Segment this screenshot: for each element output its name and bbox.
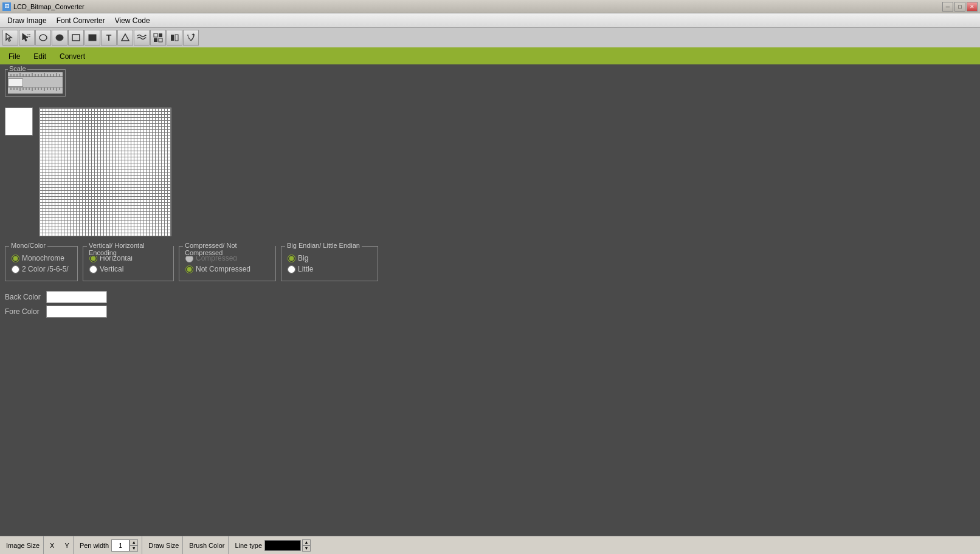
pen-width-section: Pen width ▲ ▼ xyxy=(76,536,142,554)
rect-tool-btn[interactable] xyxy=(68,30,84,46)
menu-font-converter[interactable]: Font Converter xyxy=(52,15,110,26)
endian-group: Big Endian/ Little Endian Big Little xyxy=(281,246,378,281)
little-endian-radio[interactable] xyxy=(288,265,295,273)
triangle-tool-btn[interactable] xyxy=(117,30,133,46)
select2-tool-btn[interactable] xyxy=(19,30,35,46)
svg-rect-7 xyxy=(89,35,96,41)
monochrome-row: Monochrome xyxy=(12,254,71,262)
window-title: LCD_Bitmap_Converter xyxy=(13,3,942,10)
2color-label: 2 Color /5-6-5/ xyxy=(22,265,69,273)
draw-size-section: Draw Size xyxy=(145,536,183,554)
back-color-swatch[interactable] xyxy=(46,291,107,303)
line-type-down[interactable]: ▼ xyxy=(302,545,311,552)
pen-width-down[interactable]: ▼ xyxy=(129,545,138,552)
fore-color-label: Fore Color xyxy=(5,307,41,316)
mono-color-group: Mono/Color Monochrome 2 Color /5-6-5/ xyxy=(5,246,78,281)
preview-container xyxy=(5,108,975,236)
pen-width-up[interactable]: ▲ xyxy=(129,539,138,545)
text-tool-btn[interactable]: T xyxy=(101,30,117,46)
2color-radio[interactable] xyxy=(12,265,19,273)
ellipse-tool-btn[interactable] xyxy=(35,30,51,46)
pen-width-label: Pen width xyxy=(80,542,109,549)
monochrome-label: Monochrome xyxy=(22,254,64,262)
big-endian-row: Big xyxy=(288,254,371,262)
app-icon: 🖼 xyxy=(2,2,11,11)
little-endian-row: Little xyxy=(288,265,371,273)
menu-bar: Draw Image Font Converter View Code xyxy=(0,13,980,28)
line-type-section: Line type ▲ ▼ xyxy=(231,536,314,554)
xy-section: X Y xyxy=(46,536,74,554)
svg-marker-8 xyxy=(122,34,129,41)
vertical-row: Vertical xyxy=(89,265,167,273)
big-endian-radio[interactable] xyxy=(288,255,295,262)
svg-marker-15 xyxy=(192,33,195,35)
brush-color-section: Brush Color xyxy=(185,536,229,554)
select-tool-btn[interactable] xyxy=(2,30,18,46)
vertical-radio[interactable] xyxy=(89,265,97,273)
fill-ellipse-tool-btn[interactable] xyxy=(52,30,67,46)
x-label: X xyxy=(50,542,54,549)
wave-tool-btn[interactable] xyxy=(134,30,150,46)
encoding-group: Vertical/ Horizontal Encoding Horizontal… xyxy=(83,246,174,281)
not-compressed-row: Not Compressed xyxy=(185,265,269,273)
menu-draw-image[interactable]: Draw Image xyxy=(2,15,52,26)
image-size-label: Image Size xyxy=(6,542,40,549)
line-type-spinners: ▲ ▼ xyxy=(302,539,311,552)
fore-color-swatch[interactable] xyxy=(46,306,107,318)
svg-rect-12 xyxy=(159,38,162,42)
draw-size-label: Draw Size xyxy=(148,542,179,549)
svg-rect-6 xyxy=(72,35,80,41)
line-type-up[interactable]: ▲ xyxy=(302,539,311,545)
svg-rect-10 xyxy=(159,33,162,37)
pen-width-control: ▲ ▼ xyxy=(111,539,138,552)
back-color-label: Back Color xyxy=(5,293,41,301)
scale-label: Scale xyxy=(8,65,27,72)
preview-thumbnail xyxy=(5,108,33,135)
menu-view-code[interactable]: View Code xyxy=(110,15,155,26)
encoding-label: Vertical/ Horizontal Encoding xyxy=(87,242,173,256)
monochrome-radio[interactable] xyxy=(12,255,19,262)
svg-marker-0 xyxy=(6,33,12,41)
convert-menu[interactable]: Convert xyxy=(53,51,91,62)
pen-width-input[interactable] xyxy=(111,539,129,552)
scale-container: Scale xyxy=(5,69,66,101)
big-endian-label: Big xyxy=(298,254,308,262)
svg-marker-1 xyxy=(22,33,28,41)
endian-label: Big Endian/ Little Endian xyxy=(285,242,362,249)
color-section: Back Color Fore Color xyxy=(5,286,975,323)
y-label: Y xyxy=(65,542,69,549)
edit-menu[interactable]: Edit xyxy=(27,51,52,62)
not-compressed-label: Not Compressed xyxy=(196,265,250,273)
scale-slider[interactable] xyxy=(8,78,23,87)
svg-rect-11 xyxy=(154,38,157,42)
svg-rect-9 xyxy=(154,33,157,37)
fore-color-row: Fore Color xyxy=(5,306,975,318)
close-button[interactable]: ✕ xyxy=(967,2,978,12)
compression-group: Compressed/ Not Compressed Compressed No… xyxy=(179,246,276,281)
rotate-tool-btn[interactable] xyxy=(183,30,199,46)
pen-width-spinners: ▲ ▼ xyxy=(129,539,138,552)
svg-point-4 xyxy=(40,35,47,41)
svg-rect-14 xyxy=(175,35,178,41)
scale-ruler[interactable] xyxy=(8,72,63,94)
main-content: Scale xyxy=(0,64,980,536)
line-type-label: Line type xyxy=(235,542,262,549)
flip-tool-btn[interactable] xyxy=(167,30,182,46)
scale-box: Scale xyxy=(5,69,66,97)
2color-row: 2 Color /5-6-5/ xyxy=(12,265,71,273)
brush-color-label: Brush Color xyxy=(189,542,224,549)
little-endian-label: Little xyxy=(298,265,313,273)
drawing-canvas[interactable] xyxy=(39,108,171,236)
fill-rect-tool-btn[interactable] xyxy=(85,30,100,46)
pattern-tool-btn[interactable] xyxy=(150,30,166,46)
svg-rect-13 xyxy=(171,35,174,41)
file-menu[interactable]: File xyxy=(2,51,26,62)
back-color-row: Back Color xyxy=(5,291,975,303)
svg-point-5 xyxy=(56,35,63,41)
line-type-control: ▲ ▼ xyxy=(264,539,311,552)
not-compressed-radio[interactable] xyxy=(185,265,193,273)
mono-color-label: Mono/Color xyxy=(9,242,47,249)
options-row: Mono/Color Monochrome 2 Color /5-6-5/ Ve… xyxy=(5,246,975,281)
maximize-button[interactable]: □ xyxy=(954,2,965,12)
minimize-button[interactable]: ─ xyxy=(942,2,953,12)
